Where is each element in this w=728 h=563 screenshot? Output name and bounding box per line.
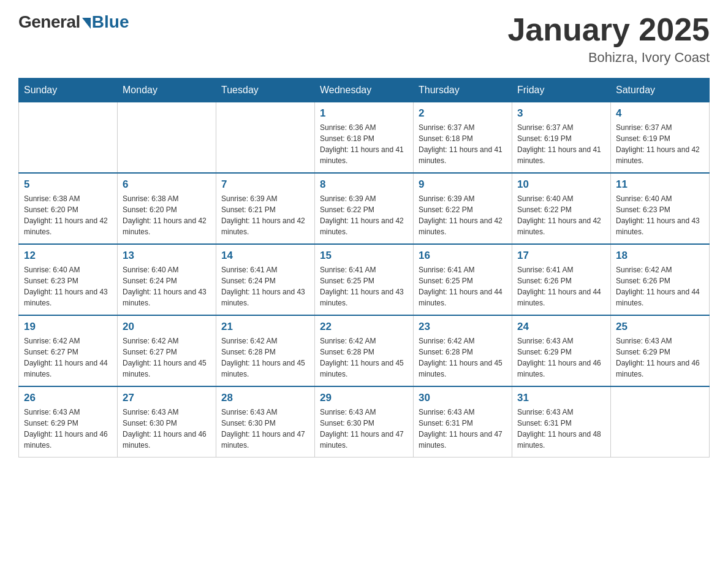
calendar-day-cell: 2Sunrise: 6:37 AM Sunset: 6:18 PM Daylig… <box>414 102 512 174</box>
day-info: Sunrise: 6:41 AM Sunset: 6:25 PM Dayligh… <box>320 264 408 308</box>
calendar-day-cell: 15Sunrise: 6:41 AM Sunset: 6:25 PM Dayli… <box>315 244 414 315</box>
day-number: 22 <box>320 321 408 333</box>
day-number: 18 <box>616 250 704 262</box>
calendar-header-cell: Tuesday <box>216 79 315 102</box>
calendar-day-cell: 3Sunrise: 6:37 AM Sunset: 6:19 PM Daylig… <box>512 102 611 174</box>
calendar-day-cell: 18Sunrise: 6:42 AM Sunset: 6:26 PM Dayli… <box>611 244 710 315</box>
calendar-day-cell: 30Sunrise: 6:43 AM Sunset: 6:31 PM Dayli… <box>414 386 512 458</box>
calendar-day-cell: 1Sunrise: 6:36 AM Sunset: 6:18 PM Daylig… <box>315 102 414 174</box>
day-info: Sunrise: 6:42 AM Sunset: 6:28 PM Dayligh… <box>320 335 408 380</box>
calendar-day-cell: 10Sunrise: 6:40 AM Sunset: 6:22 PM Dayli… <box>512 173 611 244</box>
day-info: Sunrise: 6:39 AM Sunset: 6:22 PM Dayligh… <box>320 193 408 237</box>
calendar-table: SundayMondayTuesdayWednesdayThursdayFrid… <box>18 78 710 458</box>
calendar-day-cell: 25Sunrise: 6:43 AM Sunset: 6:29 PM Dayli… <box>611 315 710 386</box>
day-info: Sunrise: 6:39 AM Sunset: 6:21 PM Dayligh… <box>221 193 309 237</box>
day-number: 24 <box>517 321 605 333</box>
day-number: 8 <box>320 178 408 191</box>
day-number: 16 <box>419 250 507 262</box>
day-number: 15 <box>320 250 408 262</box>
calendar-day-cell: 27Sunrise: 6:43 AM Sunset: 6:30 PM Dayli… <box>118 386 216 458</box>
calendar-day-cell: 7Sunrise: 6:39 AM Sunset: 6:21 PM Daylig… <box>216 173 315 244</box>
day-info: Sunrise: 6:43 AM Sunset: 6:29 PM Dayligh… <box>616 335 704 380</box>
calendar-day-cell: 9Sunrise: 6:39 AM Sunset: 6:22 PM Daylig… <box>414 173 512 244</box>
day-number: 21 <box>221 321 309 333</box>
calendar-body: 1Sunrise: 6:36 AM Sunset: 6:18 PM Daylig… <box>19 102 710 458</box>
day-info: Sunrise: 6:42 AM Sunset: 6:26 PM Dayligh… <box>616 264 704 308</box>
calendar-day-cell: 21Sunrise: 6:42 AM Sunset: 6:28 PM Dayli… <box>216 315 315 386</box>
day-info: Sunrise: 6:37 AM Sunset: 6:19 PM Dayligh… <box>616 122 704 166</box>
day-number: 12 <box>24 250 112 262</box>
day-info: Sunrise: 6:38 AM Sunset: 6:20 PM Dayligh… <box>24 193 112 237</box>
calendar-week-row: 12Sunrise: 6:40 AM Sunset: 6:23 PM Dayli… <box>19 244 710 315</box>
day-info: Sunrise: 6:43 AM Sunset: 6:30 PM Dayligh… <box>320 407 408 451</box>
day-number: 20 <box>123 321 211 333</box>
day-info: Sunrise: 6:41 AM Sunset: 6:25 PM Dayligh… <box>419 264 507 308</box>
day-number: 5 <box>24 178 112 191</box>
calendar-header-cell: Sunday <box>19 79 118 102</box>
day-info: Sunrise: 6:37 AM Sunset: 6:19 PM Dayligh… <box>517 122 605 166</box>
day-number: 11 <box>616 178 704 191</box>
calendar-day-cell: 29Sunrise: 6:43 AM Sunset: 6:30 PM Dayli… <box>315 386 414 458</box>
day-info: Sunrise: 6:42 AM Sunset: 6:27 PM Dayligh… <box>123 335 211 380</box>
day-info: Sunrise: 6:43 AM Sunset: 6:31 PM Dayligh… <box>517 407 605 451</box>
day-info: Sunrise: 6:42 AM Sunset: 6:27 PM Dayligh… <box>24 335 112 380</box>
calendar-header-cell: Monday <box>118 79 216 102</box>
month-title: January 2025 <box>507 12 710 47</box>
calendar-day-cell <box>19 102 118 174</box>
day-info: Sunrise: 6:36 AM Sunset: 6:18 PM Dayligh… <box>320 122 408 166</box>
day-number: 26 <box>24 392 112 404</box>
calendar-day-cell: 4Sunrise: 6:37 AM Sunset: 6:19 PM Daylig… <box>611 102 710 174</box>
calendar-day-cell: 5Sunrise: 6:38 AM Sunset: 6:20 PM Daylig… <box>19 173 118 244</box>
calendar-day-cell <box>611 386 710 458</box>
calendar-day-cell: 22Sunrise: 6:42 AM Sunset: 6:28 PM Dayli… <box>315 315 414 386</box>
logo: General Blue <box>18 12 129 32</box>
day-info: Sunrise: 6:39 AM Sunset: 6:22 PM Dayligh… <box>419 193 507 237</box>
calendar-header-cell: Friday <box>512 79 611 102</box>
calendar-day-cell: 20Sunrise: 6:42 AM Sunset: 6:27 PM Dayli… <box>118 315 216 386</box>
day-number: 23 <box>419 321 507 333</box>
calendar-day-cell: 26Sunrise: 6:43 AM Sunset: 6:29 PM Dayli… <box>19 386 118 458</box>
calendar-header-cell: Thursday <box>414 79 512 102</box>
day-number: 7 <box>221 178 309 191</box>
calendar-day-cell: 11Sunrise: 6:40 AM Sunset: 6:23 PM Dayli… <box>611 173 710 244</box>
day-number: 17 <box>517 250 605 262</box>
logo-arrow-icon <box>82 18 91 29</box>
calendar-day-cell: 6Sunrise: 6:38 AM Sunset: 6:20 PM Daylig… <box>118 173 216 244</box>
calendar-day-cell <box>118 102 216 174</box>
day-number: 25 <box>616 321 704 333</box>
day-number: 9 <box>419 178 507 191</box>
calendar-week-row: 19Sunrise: 6:42 AM Sunset: 6:27 PM Dayli… <box>19 315 710 386</box>
day-info: Sunrise: 6:37 AM Sunset: 6:18 PM Dayligh… <box>419 122 507 166</box>
day-info: Sunrise: 6:41 AM Sunset: 6:24 PM Dayligh… <box>221 264 309 308</box>
calendar-day-cell <box>216 102 315 174</box>
calendar-day-cell: 28Sunrise: 6:43 AM Sunset: 6:30 PM Dayli… <box>216 386 315 458</box>
day-info: Sunrise: 6:40 AM Sunset: 6:23 PM Dayligh… <box>24 264 112 308</box>
calendar-header-cell: Wednesday <box>315 79 414 102</box>
day-number: 30 <box>419 392 507 404</box>
calendar-day-cell: 8Sunrise: 6:39 AM Sunset: 6:22 PM Daylig… <box>315 173 414 244</box>
day-info: Sunrise: 6:42 AM Sunset: 6:28 PM Dayligh… <box>221 335 309 380</box>
calendar-day-cell: 17Sunrise: 6:41 AM Sunset: 6:26 PM Dayli… <box>512 244 611 315</box>
day-number: 2 <box>419 107 507 120</box>
day-number: 14 <box>221 250 309 262</box>
day-info: Sunrise: 6:40 AM Sunset: 6:24 PM Dayligh… <box>123 264 211 308</box>
day-number: 1 <box>320 107 408 120</box>
day-number: 28 <box>221 392 309 404</box>
day-number: 6 <box>123 178 211 191</box>
day-info: Sunrise: 6:40 AM Sunset: 6:23 PM Dayligh… <box>616 193 704 237</box>
title-section: January 2025 Bohizra, Ivory Coast <box>507 12 710 66</box>
day-info: Sunrise: 6:43 AM Sunset: 6:30 PM Dayligh… <box>123 407 211 451</box>
day-number: 10 <box>517 178 605 191</box>
calendar-day-cell: 14Sunrise: 6:41 AM Sunset: 6:24 PM Dayli… <box>216 244 315 315</box>
logo-blue-text: Blue <box>92 12 129 32</box>
calendar-day-cell: 12Sunrise: 6:40 AM Sunset: 6:23 PM Dayli… <box>19 244 118 315</box>
calendar-week-row: 26Sunrise: 6:43 AM Sunset: 6:29 PM Dayli… <box>19 386 710 458</box>
logo-general-text: General <box>18 12 80 32</box>
day-number: 13 <box>123 250 211 262</box>
day-number: 4 <box>616 107 704 120</box>
day-info: Sunrise: 6:43 AM Sunset: 6:29 PM Dayligh… <box>517 335 605 380</box>
day-info: Sunrise: 6:41 AM Sunset: 6:26 PM Dayligh… <box>517 264 605 308</box>
calendar-day-cell: 24Sunrise: 6:43 AM Sunset: 6:29 PM Dayli… <box>512 315 611 386</box>
day-number: 3 <box>517 107 605 120</box>
day-info: Sunrise: 6:38 AM Sunset: 6:20 PM Dayligh… <box>123 193 211 237</box>
